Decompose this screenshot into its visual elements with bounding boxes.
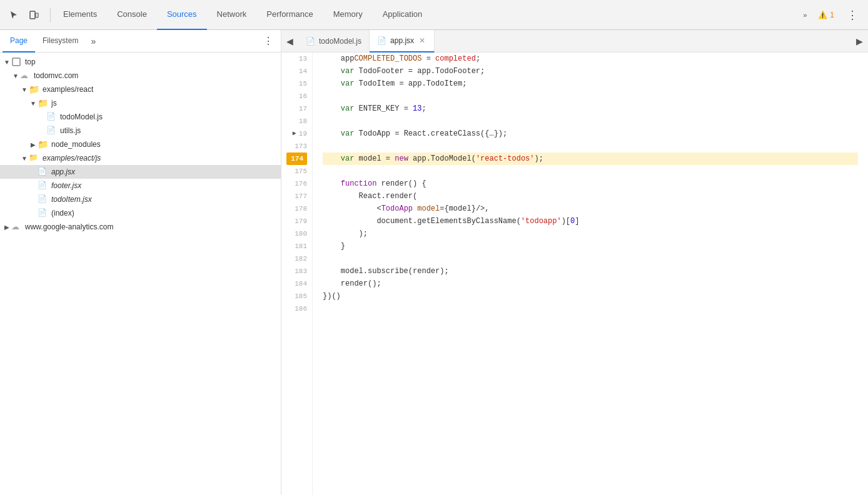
- line-178: 178: [286, 202, 307, 215]
- collapse-code-panel-button[interactable]: ▶: [851, 36, 868, 46]
- tab-performance[interactable]: Performance: [256, 0, 323, 30]
- svg-rect-2: [13, 58, 20, 66]
- line-18: 18: [286, 115, 307, 128]
- line-184: 184: [286, 278, 307, 290]
- file-icon-index: 📄: [38, 208, 49, 218]
- tree-item-index[interactable]: 📄 (index): [0, 206, 281, 220]
- folder-icon-node-modules: 📁: [38, 139, 49, 149]
- folder-icon-js: 📁: [38, 98, 49, 108]
- tab-elements[interactable]: Elements: [53, 0, 107, 30]
- tab-network[interactable]: Network: [207, 0, 257, 30]
- collapse-sidebar-button[interactable]: ◀: [281, 36, 298, 46]
- code-tabs: ◀ 📄 todoModel.js 📄 app.jsx ✕ ▶: [281, 30, 868, 52]
- tree-item-examples-react[interactable]: 📁 examples/react: [0, 82, 281, 96]
- tab-memory[interactable]: Memory: [323, 0, 373, 30]
- cloud-icon-todomvc: ☁: [20, 71, 31, 81]
- line-173: 173: [286, 140, 307, 152]
- line-numbers: 13 14 15 16 17 18 ▶19 173 174 175 176 17…: [281, 52, 313, 495]
- line-177: 177: [286, 190, 307, 202]
- tree-arrow-top: [3, 59, 11, 66]
- line-14: 14: [286, 65, 307, 78]
- file-icon-tab-todomodel: 📄: [306, 37, 315, 46]
- line-176: 176: [286, 178, 307, 190]
- line-16: 16: [286, 90, 307, 102]
- close-tab-button[interactable]: ✕: [418, 36, 426, 45]
- tree-arrow-node-modules: [29, 141, 38, 148]
- device-icon[interactable]: [25, 8, 43, 22]
- code-content: appCOMPLETED_TODOS = completed; var Todo…: [313, 52, 868, 495]
- line-13: 13: [286, 52, 307, 65]
- line-179: 179: [286, 215, 307, 228]
- code-line-179: document.getElementsByClassName('todoapp…: [323, 215, 858, 228]
- tree-item-todomvc[interactable]: ☁ todomvc.com: [0, 69, 281, 82]
- sidebar-tab-more-button[interactable]: »: [88, 34, 98, 49]
- tree-item-todoitem-jsx[interactable]: 📄 todoItem.jsx: [0, 192, 281, 206]
- line-181: 181: [286, 240, 307, 252]
- expand-arrow-19[interactable]: ▶: [293, 128, 296, 140]
- tab-sources[interactable]: Sources: [157, 0, 207, 30]
- main-layout: Page Filesystem » ⋮ top: [0, 30, 868, 495]
- code-line-181: }: [323, 240, 858, 252]
- tree-item-google-analytics[interactable]: ☁ www.google-analytics.com: [0, 220, 281, 234]
- file-icon-todoitem-jsx: 📄: [38, 194, 49, 204]
- code-line-17: var ENTER_KEY = 13;: [323, 102, 858, 115]
- devtools-icons: [5, 8, 51, 22]
- code-line-184: render();: [323, 278, 858, 290]
- cloud-icon-google: ☁: [11, 222, 23, 232]
- top-nav: Elements Console Sources Network Perform…: [0, 0, 868, 30]
- warning-badge: ⚠️ 1: [813, 11, 839, 19]
- tree-item-todomodel[interactable]: 📄 todoModel.js: [0, 110, 281, 124]
- tree-item-examples-react-js[interactable]: 📁 examples/react/js: [0, 151, 281, 165]
- sidebar-menu-button[interactable]: ⋮: [258, 32, 278, 49]
- code-line-14: var TodoFooter = app.TodoFooter;: [323, 65, 858, 78]
- tab-console[interactable]: Console: [107, 0, 157, 30]
- code-panel: ◀ 📄 todoModel.js 📄 app.jsx ✕ ▶ 13 14 15 …: [281, 30, 868, 495]
- line-186: 186: [286, 302, 307, 315]
- code-line-15: var TodoItem = app.TodoItem;: [323, 78, 858, 90]
- line-185: 185: [286, 290, 307, 302]
- tree-item-footer-jsx[interactable]: 📄 footer.jsx: [0, 179, 281, 192]
- line-17: 17: [286, 102, 307, 115]
- line-182: 182: [286, 252, 307, 265]
- code-view: 13 14 15 16 17 18 ▶19 173 174 175 176 17…: [281, 52, 868, 495]
- line-180: 180: [286, 228, 307, 240]
- line-183: 183: [286, 265, 307, 278]
- tree-arrow-examples-react-js: [20, 155, 29, 162]
- code-tab-app-jsx[interactable]: 📄 app.jsx ✕: [370, 30, 435, 52]
- file-icon-utils: 📄: [46, 126, 58, 136]
- code-line-178: <TodoApp model={model}/>,: [323, 202, 858, 215]
- tree-item-utils[interactable]: 📄 utils.js: [0, 124, 281, 138]
- settings-more-button[interactable]: ⋮: [842, 6, 863, 24]
- code-tab-todomodel[interactable]: 📄 todoModel.js: [298, 30, 370, 52]
- code-line-180: );: [323, 228, 858, 240]
- tab-application[interactable]: Application: [373, 0, 433, 30]
- tree-arrow-examples-react: [20, 86, 29, 93]
- code-line-185: })(): [323, 290, 858, 302]
- code-line-176: function render() {: [323, 178, 858, 190]
- code-line-13: appCOMPLETED_TODOS = completed;: [323, 52, 858, 65]
- file-icon-tab-app-jsx: 📄: [377, 36, 386, 45]
- tree-item-top[interactable]: top: [0, 55, 281, 69]
- folder-icon-examples-react: 📁: [29, 84, 40, 94]
- tree-item-node-modules[interactable]: 📁 node_modules: [0, 138, 281, 151]
- tree-item-app-jsx[interactable]: 📄 app.jsx: [0, 165, 281, 179]
- tree-item-js[interactable]: 📁 js: [0, 96, 281, 110]
- code-line-174: var model = new app.TodoModel('react-tod…: [323, 152, 858, 165]
- file-icon-todomodel: 📄: [46, 112, 58, 122]
- line-175: 175: [286, 165, 307, 178]
- box-icon: [11, 57, 23, 67]
- folder-icon-yellow: 📁: [29, 153, 40, 163]
- tab-filesystem[interactable]: Filesystem: [35, 30, 86, 52]
- cursor-icon[interactable]: [5, 8, 23, 22]
- tree-arrow-js: [29, 100, 38, 107]
- sidebar-content: top ☁ todomvc.com 📁 examples/react 📁: [0, 52, 281, 495]
- tab-page[interactable]: Page: [3, 30, 35, 52]
- tree-arrow-google-analytics: [3, 224, 11, 231]
- line-15: 15: [286, 78, 307, 90]
- code-line-18: [323, 115, 858, 128]
- code-line-182: [323, 252, 858, 265]
- more-tabs-button[interactable]: »: [799, 9, 810, 21]
- code-line-16: [323, 90, 858, 102]
- file-icon-footer-jsx: 📄: [38, 181, 49, 191]
- file-icon-app-jsx: 📄: [38, 167, 49, 177]
